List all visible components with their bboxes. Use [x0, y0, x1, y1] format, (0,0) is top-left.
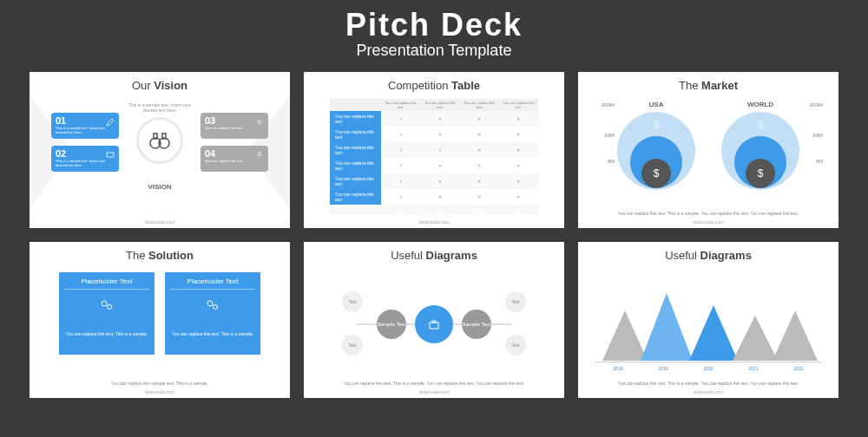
header: Pitch Deck Presentation Template	[0, 0, 868, 65]
svg-point-9	[214, 305, 218, 310]
vision-card-2: 02This is a sample text. Insert your des…	[51, 146, 119, 172]
gears-icon	[100, 298, 114, 312]
center-icon	[415, 305, 453, 343]
svg-point-1	[258, 121, 261, 124]
slide-diagram-flow: Useful Diagrams Text Text Text Text Samp…	[304, 242, 564, 398]
vision-card-3: 03You can replace this text.	[201, 113, 268, 139]
solution-box-2: Placeholder TextYou can replace this tex…	[165, 272, 260, 355]
svg-rect-10	[430, 323, 438, 329]
slide-market: The Market 999M 99M 9M 999M 99M 9M USA$$…	[578, 72, 838, 228]
dollar-icon: $	[641, 159, 671, 188]
svg-rect-11	[432, 321, 436, 323]
rocket-icon	[255, 151, 264, 160]
vision-center-icon	[136, 117, 183, 164]
svg-point-6	[102, 301, 107, 306]
vision-card-1: 01This is a sample text. Insert your des…	[51, 113, 119, 139]
screen-icon	[106, 151, 115, 160]
svg-point-8	[207, 301, 213, 306]
pencil-icon	[106, 118, 115, 127]
svg-rect-0	[107, 153, 114, 157]
slide-vision: Our Vision This is a sample text. Insert…	[30, 72, 290, 228]
main-title: Pitch Deck	[0, 7, 868, 43]
vision-card-4: 04You can replace this text.	[201, 146, 268, 172]
slide-diagram-triangles: Useful Diagrams 20182019202020212022 You…	[578, 242, 838, 398]
solution-box-1: Placeholder TextYou can replace this tex…	[59, 272, 155, 355]
binoculars-icon	[148, 128, 172, 153]
slide-grid: Our Vision This is a sample text. Insert…	[0, 65, 868, 405]
main-subtitle: Presentation Template	[0, 42, 868, 60]
gears-icon	[206, 298, 220, 312]
slide-solution: The Solution Placeholder TextYou can rep…	[30, 242, 290, 398]
dollar-icon: $	[746, 159, 775, 188]
triangle-chart: 20182019202020212022	[595, 276, 821, 371]
gear-icon	[255, 118, 264, 127]
slide-competition: Competition Table You can replace this t…	[304, 72, 564, 228]
briefcase-icon	[428, 318, 440, 330]
svg-point-7	[108, 305, 112, 310]
competition-table: You can replace this text.You can replac…	[330, 99, 538, 215]
